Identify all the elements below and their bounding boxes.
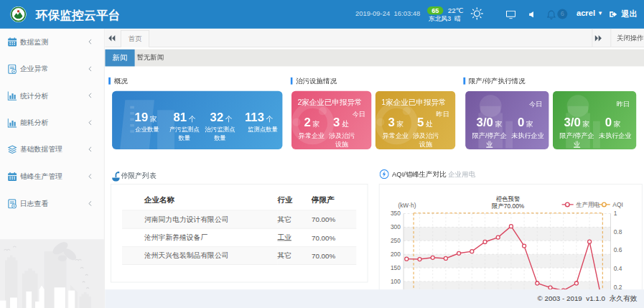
svg-text:100: 100 [391, 278, 401, 285]
svg-text:350: 350 [391, 210, 401, 217]
svg-text:橙色预警: 橙色预警 [496, 195, 521, 202]
svg-text:1: 1 [614, 210, 617, 217]
svg-text:0.6: 0.6 [614, 246, 622, 253]
svg-text:250: 250 [391, 237, 401, 244]
svg-text:(kW·h): (kW·h) [398, 202, 416, 209]
svg-text:150: 150 [391, 264, 401, 271]
svg-text:0.4: 0.4 [614, 265, 622, 272]
svg-text:AQI: AQI [612, 201, 622, 208]
svg-text:200: 200 [391, 251, 401, 258]
svg-text:300: 300 [391, 223, 401, 230]
svg-text:0.8: 0.8 [614, 228, 622, 235]
svg-text:生产用电: 生产用电 [576, 201, 600, 208]
svg-text:限产70.00%: 限产70.00% [492, 202, 525, 210]
